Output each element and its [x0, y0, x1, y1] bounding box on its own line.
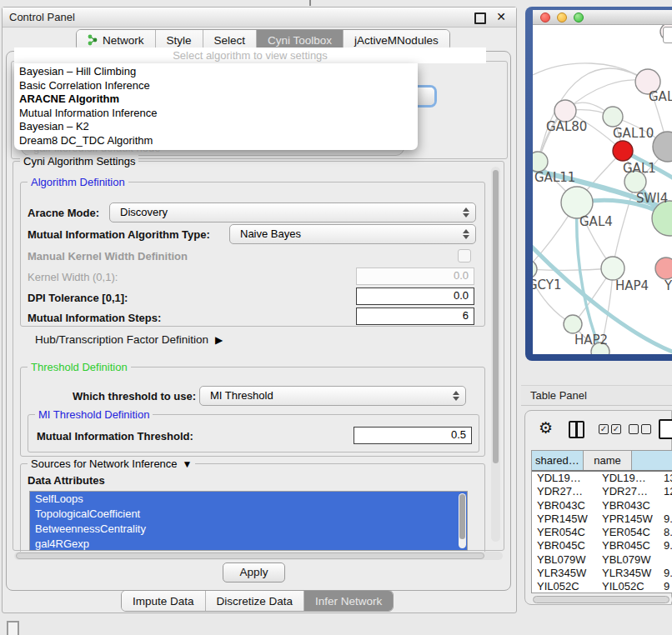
table-row[interactable]: YBR043CYBR043C: [532, 499, 672, 512]
apply-button[interactable]: Apply: [223, 562, 285, 582]
mi-threshold-label: Mutual Information Threshold:: [37, 430, 193, 442]
settings-scrollbar[interactable]: [491, 167, 500, 542]
settings-group-title: Cyni Algorithm Settings: [20, 155, 138, 168]
export-table-icon[interactable]: [659, 419, 672, 439]
column-header-2[interactable]: [632, 451, 672, 470]
dropdown-item-basic-correlation-inference[interactable]: Basic Correlation Inference: [14, 79, 418, 93]
attribute-item-betweennesscentrality[interactable]: BetweennessCentrality: [30, 522, 467, 537]
attribute-item-selfloops[interactable]: SelfLoops: [30, 492, 467, 507]
table-row[interactable]: YIL052CYIL052C9: [532, 580, 672, 593]
aracne-mode-combo[interactable]: Discovery: [109, 202, 476, 222]
window-divider-tick: [309, 0, 311, 6]
deselect-all-icon[interactable]: [641, 424, 651, 434]
select-all-check-icon[interactable]: ✓: [599, 424, 609, 434]
dropdown-item-bayesian-k2[interactable]: Bayesian – K2: [14, 120, 418, 134]
attributes-scrollbar-thumb[interactable]: [459, 494, 465, 539]
network-node-gal11[interactable]: [533, 152, 548, 172]
tab-label: Network: [103, 34, 144, 47]
tab-impute-data[interactable]: Impute Data: [122, 591, 206, 611]
columns-icon[interactable]: [569, 421, 584, 438]
kernel-width-field[interactable]: 0.0: [356, 268, 474, 285]
network-node-hap4[interactable]: [601, 257, 624, 280]
select-all-check-icon[interactable]: ✓: [611, 424, 621, 434]
tab-label: Infer Network: [315, 595, 382, 608]
dropdown-item-bayesian-hill-climbing[interactable]: Bayesian – Hill Climbing: [14, 65, 418, 79]
deselect-all-icon[interactable]: [629, 424, 639, 434]
network-node-gal10[interactable]: [603, 107, 623, 127]
tab-infer-network[interactable]: Infer Network: [304, 591, 393, 611]
table-row[interactable]: YER054CYER054C8.: [532, 526, 672, 539]
mi-threshold-field[interactable]: 0.5: [354, 427, 472, 444]
control-panel-title: Control Panel: [9, 11, 75, 23]
close-traffic-light-icon[interactable]: [540, 12, 550, 22]
node-label: Y: [664, 278, 672, 293]
attribute-item-topologicalcoefficient[interactable]: TopologicalCoefficient: [30, 507, 467, 522]
network-canvas[interactable]: GALGAL80GAL10GAL1GAL11SWI4GAL4GCY1HAP4YH…: [533, 25, 672, 354]
network-graph: GALGAL80GAL10GAL1GAL11SWI4GAL4GCY1HAP4YH…: [533, 25, 672, 354]
manual-kernel-label: Manual Kernel Width Definition: [28, 250, 188, 262]
network-node-y[interactable]: [655, 258, 672, 279]
dropdown-item-dream8-dc-tdc-algorithm[interactable]: Dream8 DC_TDC Algorithm: [14, 134, 418, 148]
mi-steps-field[interactable]: 6: [356, 308, 474, 325]
attributes-scrollbar[interactable]: [459, 493, 466, 548]
table-cell: YLR345W: [602, 567, 651, 579]
control-panel-window: Control Panel ✕ NetworkStyleSelectCyni T…: [2, 7, 517, 613]
minimized-panel-icon[interactable]: [7, 621, 19, 635]
settings-hscrollbar-thumb[interactable]: [16, 552, 484, 559]
network-node-hap2[interactable]: [564, 315, 582, 333]
dropdown-item-mutual-information-inference[interactable]: Mutual Information Inference: [14, 107, 418, 121]
manual-kernel-checkbox[interactable]: [458, 249, 471, 262]
table-cell: 9.: [664, 539, 672, 552]
table-cell: YBR043C: [602, 499, 650, 512]
network-node-gcy1[interactable]: [533, 260, 537, 278]
settings-hscrollbar[interactable]: [14, 552, 503, 560]
table-row[interactable]: YLR345WYLR345W9.: [532, 567, 672, 580]
data-attributes-list: SelfLoopsTopologicalCoefficientBetweenne…: [29, 491, 468, 551]
table-cell: YPR145W: [602, 512, 653, 525]
table-cell: YIL052C: [537, 580, 579, 592]
zoom-traffic-light-icon[interactable]: [574, 12, 584, 22]
algorithm-combo[interactable]: Select algorithm to view settings: [14, 48, 486, 63]
column-header-name[interactable]: name: [584, 451, 633, 470]
tab-discretize-data[interactable]: Discretize Data: [206, 591, 305, 611]
close-icon[interactable]: ✕: [496, 10, 506, 23]
hub-definition-expander[interactable]: Hub/Transcription Factor Definition ▶: [35, 333, 223, 346]
tab-label: Cyni Toolbox: [268, 34, 332, 47]
node-label: GAL1: [623, 161, 656, 176]
aracne-mode-label: Aracne Mode:: [28, 207, 99, 219]
threshold-definition-group: Threshold Definition Which threshold to …: [20, 367, 485, 457]
table-cell: 13: [664, 472, 672, 484]
network-node[interactable]: [653, 132, 672, 162]
combo-spinner-icon: [463, 207, 469, 218]
table-cell: YDL19…: [537, 472, 581, 484]
network-view-window: GALGAL80GAL10GAL1GAL11SWI4GAL4GCY1HAP4YH…: [525, 7, 672, 361]
network-node-gal1[interactable]: [613, 141, 633, 161]
table-hscrollbar[interactable]: [532, 595, 672, 604]
which-threshold-combo[interactable]: MI Threshold: [199, 386, 466, 406]
sources-group-header[interactable]: Sources for Network Inference ▼: [28, 458, 195, 470]
attribute-item-gal4rgexp[interactable]: gal4RGexp: [30, 537, 467, 551]
float-window-icon[interactable]: [474, 12, 486, 24]
table-hscrollbar-thumb[interactable]: [533, 596, 669, 603]
dpi-tolerance-field[interactable]: 0.0: [356, 288, 474, 305]
mi-threshold-definition-group: MI Threshold Definition Mutual Informati…: [28, 414, 479, 452]
node-label: GAL80: [546, 119, 587, 134]
network-window-titlebar[interactable]: [533, 10, 672, 25]
minimize-traffic-light-icon[interactable]: [557, 12, 567, 22]
column-header-shared[interactable]: shared…: [532, 451, 584, 470]
table-row[interactable]: YPR145WYPR145W9.: [532, 512, 672, 526]
tab-label: Discretize Data: [217, 595, 293, 608]
settings-scrollbar-thumb[interactable]: [493, 170, 499, 463]
mi-threshold-definition-title: MI Threshold Definition: [35, 408, 153, 421]
table-row[interactable]: YDL19…YDL19…13: [532, 472, 672, 485]
table-row[interactable]: YBL079WYBL079W: [532, 553, 672, 567]
threshold-definition-title: Threshold Definition: [28, 361, 131, 373]
table-toolbar: ⚙ ✓ ✓: [525, 419, 672, 441]
table-row[interactable]: YDR27…YDR27…12: [532, 485, 672, 498]
table-cell: 12: [664, 485, 672, 498]
mi-algorithm-type-combo[interactable]: Naive Bayes: [229, 224, 476, 244]
gear-icon[interactable]: ⚙: [539, 419, 553, 438]
dropdown-item-aracne-algorithm[interactable]: ARACNE Algorithm: [14, 92, 418, 107]
birdseye-toggle[interactable]: [663, 27, 672, 43]
table-row[interactable]: YBR045CYBR045C9.: [532, 539, 672, 552]
